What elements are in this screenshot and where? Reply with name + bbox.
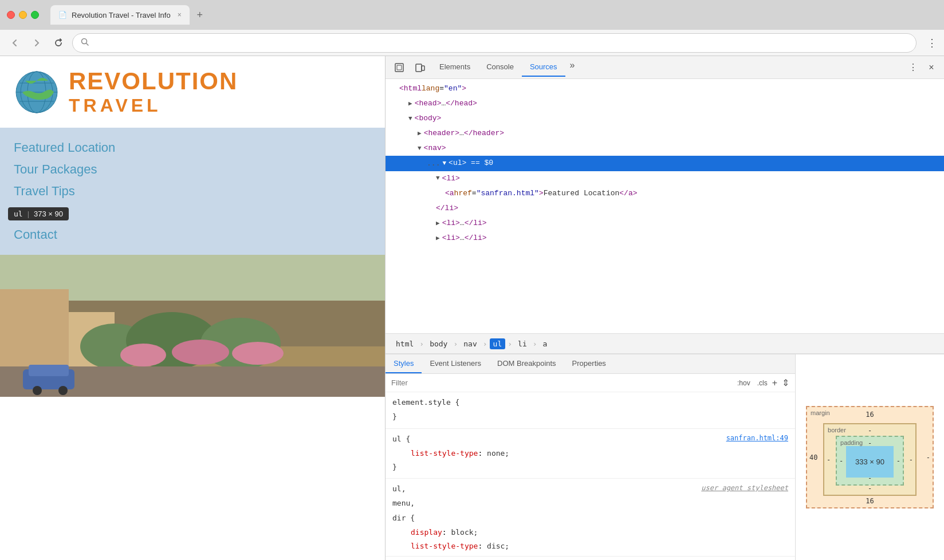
margin-box: margin 16 16 40 - border - - - - [806, 406, 934, 508]
collapse-li1-icon[interactable]: ▼ [436, 173, 440, 184]
content-dims: 333 × 90 [855, 458, 884, 466]
styles-left-panel: Styles Event Listeners DOM Breakpoints P… [386, 354, 795, 560]
nav-link-tips[interactable]: Travel Tips [14, 184, 75, 198]
browser-chrome: 📄 Revolution Travel - Travel Info × + ⋮ [0, 0, 944, 56]
expand-head-icon[interactable]: ▶ [408, 98, 412, 109]
element-style-selector: element.style { [392, 396, 788, 409]
ua-rule-display: display: block; [392, 526, 788, 539]
tab-console[interactable]: Console [478, 58, 522, 77]
traffic-lights [7, 11, 39, 19]
more-tabs-button[interactable]: » [565, 58, 580, 77]
class-filter-button[interactable]: .cls [757, 379, 768, 387]
ua-selector: ul, user agent stylesheet [392, 482, 788, 495]
style-file-link[interactable]: sanfran.html:49 [726, 432, 788, 445]
svg-point-18 [232, 342, 284, 365]
devtools-close-button[interactable]: × [923, 60, 939, 76]
website-panel: REVOLUTION TRAVEL ul | 373 × 90 Featured… [0, 56, 385, 560]
nav-link-contact[interactable]: Contact [14, 227, 57, 242]
svg-rect-21 [29, 365, 69, 376]
nav-link-tours[interactable]: Tour Packages [14, 162, 97, 176]
margin-top-val: 16 [866, 411, 874, 419]
devtools-panel: Elements Console Sources » ⋮ × <html lan… [385, 56, 944, 560]
expand-header-icon[interactable]: ▶ [418, 128, 422, 139]
breadcrumb-ul[interactable]: ul [490, 338, 506, 349]
content-box: 333 × 90 [846, 446, 894, 478]
tooltip-tag: ul [14, 210, 23, 218]
close-tab-button[interactable]: × [178, 11, 182, 19]
collapse-body-icon[interactable]: ▼ [408, 113, 412, 124]
devtools-header: Elements Console Sources » ⋮ × [386, 56, 944, 79]
padding-label: padding [840, 439, 863, 446]
dom-li2-line[interactable]: ▶ <li>…</li> [386, 216, 944, 231]
border-left-val: - [827, 456, 831, 464]
border-label: border [828, 427, 846, 433]
device-toolbar-button[interactable] [411, 58, 429, 77]
breadcrumb-a[interactable]: a [540, 338, 551, 349]
tab-elements[interactable]: Elements [431, 58, 478, 77]
new-tab-button[interactable]: + [192, 7, 208, 23]
devtools-settings-button[interactable]: ⋮ [905, 60, 921, 76]
tab-styles[interactable]: Styles [386, 354, 422, 373]
dom-li3-line[interactable]: ▶ <li>…</li> [386, 231, 944, 246]
tab-event-listeners[interactable]: Event Listeners [422, 354, 489, 373]
element-tooltip: ul | 373 × 90 [8, 207, 69, 220]
inspect-element-button[interactable] [390, 58, 408, 77]
main-area: REVOLUTION TRAVEL ul | 373 × 90 Featured… [0, 56, 944, 560]
breadcrumb-li[interactable]: li [514, 338, 530, 349]
nav-item-contact[interactable]: Contact [14, 224, 371, 246]
svg-rect-24 [395, 64, 403, 72]
collapse-nav-icon[interactable]: ▼ [418, 143, 422, 154]
dom-header-line[interactable]: ▶ <header>…</header> [386, 126, 944, 141]
svg-rect-25 [416, 64, 422, 72]
nav-item-featured[interactable]: Featured Location [14, 137, 371, 159]
add-style-button[interactable]: + [772, 378, 777, 388]
site-nav: Featured Location Tour Packages Travel T… [0, 128, 385, 255]
border-bottom-val: - [868, 484, 872, 492]
browser-tab[interactable]: 📄 Revolution Travel - Travel Info × [50, 5, 190, 25]
breadcrumb-nav[interactable]: nav [460, 338, 480, 349]
tab-properties[interactable]: Properties [564, 354, 614, 373]
margin-left-val: 40 [809, 453, 817, 462]
dom-tree: <html lang="en"> ▶ <head>…</head> ▼ <bod… [386, 79, 944, 333]
nav-item-tips[interactable]: Travel Tips [14, 180, 371, 202]
dom-anchor-line[interactable]: <a href="sanfran.html">Featured Location… [386, 186, 944, 201]
padding-box: padding - - - - 333 × 90 [836, 436, 904, 486]
dom-ul-line-selected[interactable]: ... ▼ <ul> == $0 [386, 156, 944, 171]
dom-html-line[interactable]: <html lang="en"> [386, 81, 944, 96]
expand-li3-icon[interactable]: ▶ [436, 233, 440, 244]
tab-dom-breakpoints[interactable]: DOM Breakpoints [489, 354, 564, 373]
dom-li1-close-line[interactable]: </li> [386, 201, 944, 216]
maximize-window-button[interactable] [31, 11, 39, 19]
refresh-button[interactable] [50, 35, 66, 51]
collapse-ul-icon[interactable]: ▼ [442, 158, 446, 169]
padding-right-val: - [896, 457, 900, 465]
close-window-button[interactable] [7, 11, 15, 19]
styles-tabs-bar: Styles Event Listeners DOM Breakpoints P… [386, 354, 795, 374]
hover-filter-button[interactable]: :hov [735, 378, 753, 388]
dom-li1-line[interactable]: ▼ <li> [386, 171, 944, 186]
margin-right-val: - [926, 453, 930, 462]
expand-li2-icon[interactable]: ▶ [436, 218, 440, 229]
padding-top-val: - [868, 439, 872, 447]
minimize-window-button[interactable] [19, 11, 27, 19]
dom-body-line[interactable]: ▼ <body> [386, 111, 944, 126]
nav-link-featured[interactable]: Featured Location [14, 140, 115, 155]
dom-nav-line[interactable]: ▼ <nav> [386, 141, 944, 156]
box-model-panel: margin 16 16 40 - border - - - - [795, 354, 944, 560]
browser-menu-button[interactable]: ⋮ [927, 37, 937, 49]
ul-rule-prop: list-style-type: none; [392, 447, 788, 460]
logo-travel: TRAVEL [69, 95, 238, 116]
back-button[interactable] [7, 35, 23, 51]
forward-button[interactable] [29, 35, 45, 51]
ua-style-section: ul, user agent stylesheet menu, dir { di… [386, 479, 795, 557]
logo-area: REVOLUTION TRAVEL [0, 56, 385, 128]
filter-input[interactable] [391, 378, 730, 387]
nav-item-tours[interactable]: Tour Packages [14, 159, 371, 180]
breadcrumb-body[interactable]: body [426, 338, 451, 349]
collapse-styles-button[interactable]: ⇕ [782, 377, 789, 388]
styles-panel: Styles Event Listeners DOM Breakpoints P… [386, 354, 944, 560]
address-bar[interactable] [72, 33, 917, 53]
tab-sources[interactable]: Sources [522, 58, 565, 77]
dom-head-line[interactable]: ▶ <head>…</head> [386, 96, 944, 111]
breadcrumb-html[interactable]: html [392, 338, 417, 349]
